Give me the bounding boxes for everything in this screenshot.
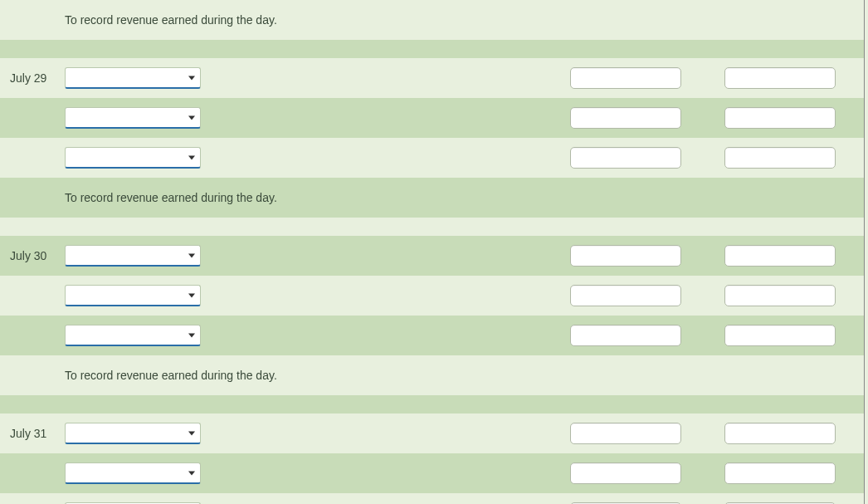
debit-input[interactable] [570, 423, 681, 444]
separator-row [0, 218, 864, 236]
caret-down-icon [188, 431, 195, 435]
debit-input[interactable] [570, 462, 681, 484]
debit-input[interactable] [570, 285, 681, 306]
caret-down-icon [188, 253, 195, 257]
journal-line-row [0, 316, 864, 355]
journal-line-row: July 31 [0, 413, 864, 453]
journal-line-row [0, 138, 864, 178]
credit-input[interactable] [724, 423, 836, 444]
date-cell: July 30 [10, 249, 65, 262]
caret-down-icon [188, 333, 195, 337]
journal-line-row [0, 453, 864, 493]
separator-row [0, 395, 864, 413]
description-row: To record revenue earned during the day. [0, 355, 864, 395]
credit-input[interactable] [724, 462, 836, 484]
journal-line-row: July 29 [0, 58, 864, 98]
account-select[interactable] [65, 423, 201, 444]
account-select[interactable] [65, 107, 201, 129]
journal-line-row [0, 276, 864, 316]
account-select[interactable] [65, 147, 201, 169]
separator-row [0, 40, 864, 58]
entry-description: To record revenue earned during the day. [65, 191, 849, 204]
journal-entry-table: To record revenue earned during the day.… [0, 0, 865, 504]
journal-line-row: July 30 [0, 236, 864, 276]
caret-down-icon [188, 471, 195, 475]
debit-input[interactable] [570, 325, 681, 346]
account-select[interactable] [65, 245, 201, 267]
date-cell: July 31 [10, 427, 65, 440]
journal-line-row [0, 98, 864, 138]
debit-input[interactable] [570, 67, 681, 89]
credit-input[interactable] [724, 67, 836, 89]
description-row: To record revenue earned during the day. [0, 0, 864, 40]
entry-description: To record revenue earned during the day. [65, 369, 849, 382]
credit-input[interactable] [724, 285, 836, 306]
credit-input[interactable] [724, 245, 836, 267]
date-cell: July 29 [10, 71, 65, 85]
credit-input[interactable] [724, 147, 836, 169]
account-select[interactable] [65, 462, 201, 484]
caret-down-icon [188, 293, 195, 297]
debit-input[interactable] [570, 107, 681, 129]
account-select[interactable] [65, 67, 201, 89]
caret-down-icon [188, 76, 195, 80]
caret-down-icon [188, 155, 195, 159]
description-row: To record revenue earned during the day. [0, 178, 864, 218]
credit-input[interactable] [724, 325, 836, 346]
account-select[interactable] [65, 285, 201, 306]
caret-down-icon [188, 115, 195, 120]
debit-input[interactable] [570, 245, 681, 267]
credit-input[interactable] [724, 107, 836, 129]
journal-line-row [0, 493, 864, 504]
account-select[interactable] [65, 325, 201, 346]
debit-input[interactable] [570, 147, 681, 169]
entry-description: To record revenue earned during the day. [65, 13, 849, 27]
